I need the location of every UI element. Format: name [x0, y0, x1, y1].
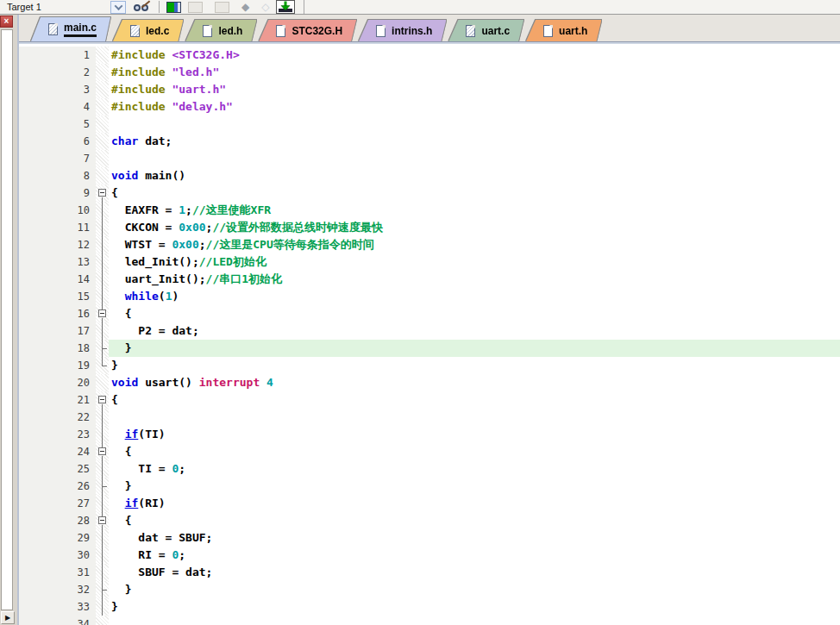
code-text[interactable]: {: [109, 391, 840, 409]
line-number: 32: [19, 581, 96, 598]
download-arrow-icon: [277, 1, 294, 13]
code-text[interactable]: SBUF = dat;: [109, 564, 840, 581]
fold-line: [102, 288, 103, 305]
tab-led.h[interactable]: led.h: [185, 20, 256, 41]
code-text[interactable]: EAXFR = 1;//这里使能XFR: [109, 202, 840, 219]
code-text[interactable]: void main(): [109, 167, 840, 184]
project-scroll-right-button[interactable]: ▶: [1, 611, 15, 624]
code-text[interactable]: {: [109, 184, 840, 202]
tab-main.c[interactable]: main.c: [31, 17, 110, 41]
tab-led.c[interactable]: led.c: [113, 20, 183, 41]
line-number: 12: [19, 236, 96, 253]
fold-collapse-box[interactable]: [98, 189, 106, 197]
fold-collapse-box[interactable]: [98, 516, 106, 524]
fold-collapse-box[interactable]: [98, 396, 106, 403]
code-line: 9{: [19, 184, 840, 202]
code-text[interactable]: while(1): [109, 288, 840, 305]
code-text[interactable]: #include "delay.h": [109, 98, 840, 116]
fold-margin: [96, 150, 109, 167]
code-text[interactable]: {: [109, 305, 840, 322]
code-line: 19}: [19, 357, 840, 374]
fold-margin: [96, 288, 109, 305]
fold-toggle[interactable]: [96, 512, 109, 529]
line-number: 2: [19, 64, 96, 81]
tab-STC32G.H[interactable]: STC32G.H: [259, 20, 356, 41]
code-line: 24 {: [19, 443, 840, 460]
project-close-button[interactable]: ×: [0, 16, 13, 28]
fold-margin: [96, 616, 109, 625]
fold-margin: [96, 426, 109, 443]
tab-body: led.c: [113, 20, 183, 41]
fold-line: [102, 495, 103, 512]
code-text[interactable]: }: [109, 340, 840, 357]
code-line: 3#include "uart.h": [19, 81, 840, 98]
tab-uart.c[interactable]: uart.c: [448, 20, 523, 41]
download-to-flash-icon[interactable]: [276, 0, 295, 14]
code-text[interactable]: if(TI): [109, 426, 840, 443]
code-text[interactable]: [109, 150, 840, 167]
code-text[interactable]: }: [109, 598, 840, 616]
fold-margin: [96, 409, 109, 426]
fold-line: [102, 426, 103, 443]
code-text[interactable]: }: [109, 478, 840, 495]
code-text[interactable]: [109, 616, 840, 625]
fold-line: [102, 271, 103, 288]
fold-toggle[interactable]: [96, 391, 109, 409]
folded-corner: [209, 25, 212, 28]
code-text[interactable]: P2 = dat;: [109, 322, 840, 340]
fold-margin: [96, 253, 109, 271]
code-text[interactable]: if(RI): [109, 495, 840, 512]
fold-toggle[interactable]: [96, 305, 109, 322]
code-editor[interactable]: 1#include <STC32G.H>2#include "led.h"3#i…: [19, 42, 840, 625]
code-text[interactable]: [109, 409, 840, 426]
code-text[interactable]: dat = SBUF;: [109, 529, 840, 547]
code-text[interactable]: #include <STC32G.H>: [109, 47, 840, 64]
code-text[interactable]: char dat;: [109, 133, 840, 150]
tab-body: main.c: [31, 17, 110, 41]
line-number: 16: [19, 305, 96, 322]
fold-margin: [96, 81, 109, 98]
code-text[interactable]: {: [109, 512, 840, 529]
code-text[interactable]: led_Init();//LED初始化: [109, 253, 840, 271]
fold-collapse-box[interactable]: [98, 309, 106, 317]
code-line: 21{: [19, 391, 840, 409]
folded-corner: [136, 25, 140, 28]
diamond-outline-icon[interactable]: ◇: [261, 2, 269, 13]
fold-toggle[interactable]: [96, 184, 109, 202]
tab-uart.h[interactable]: uart.h: [526, 20, 601, 41]
minus-icon: [100, 192, 104, 193]
code-text[interactable]: void usart() interrupt 4: [109, 374, 840, 391]
find-in-files-icon[interactable]: [133, 1, 152, 13]
tab-intrins.h[interactable]: intrins.h: [359, 20, 446, 41]
code-text[interactable]: {: [109, 443, 840, 460]
code-text[interactable]: WTST = 0x00;//这里是CPU等待每条指令的时间: [109, 236, 840, 253]
document-icon: [376, 25, 386, 37]
code-text[interactable]: #include "uart.h": [109, 81, 840, 98]
fold-margin: [96, 202, 109, 219]
code-text[interactable]: CKCON = 0x00;//设置外部数据总线时钟速度最快: [109, 219, 840, 236]
fold-collapse-box[interactable]: [98, 447, 106, 455]
fold-toggle[interactable]: [96, 443, 109, 460]
code-text[interactable]: }: [109, 357, 840, 374]
fold-margin: [96, 495, 109, 512]
fold-line: [102, 366, 107, 366]
window-layout-icon[interactable]: [166, 2, 181, 13]
fold-line: [102, 348, 107, 349]
line-number: 20: [19, 374, 96, 391]
target-select[interactable]: Target 1: [0, 0, 110, 14]
code-text[interactable]: TI = 0;: [109, 460, 840, 478]
code-text[interactable]: RI = 0;: [109, 547, 840, 564]
code-text[interactable]: #include "led.h": [109, 64, 840, 81]
fold-margin: [96, 47, 109, 64]
code-text[interactable]: uart_Init();//串口1初始化: [109, 271, 840, 288]
line-number: 3: [19, 81, 96, 98]
diamond-icon[interactable]: ◆: [241, 2, 249, 13]
code-text[interactable]: [109, 116, 840, 133]
code-text[interactable]: }: [109, 581, 840, 598]
toolbar-separator: [159, 1, 160, 13]
code-line: 31 SBUF = dat;: [19, 564, 840, 581]
target-dropdown-button[interactable]: [110, 1, 126, 14]
code-line: 17 P2 = dat;: [19, 322, 840, 340]
code-line: 11 CKCON = 0x00;//设置外部数据总线时钟速度最快: [19, 219, 840, 236]
fold-line: [102, 564, 103, 581]
